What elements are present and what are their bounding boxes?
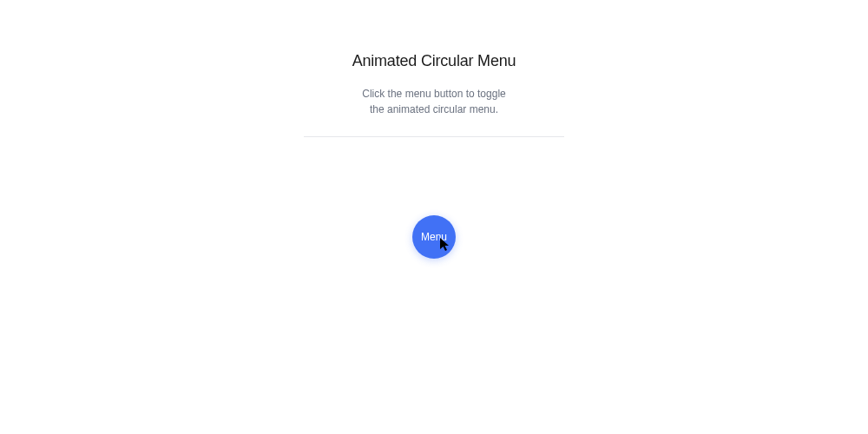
description-line-1: Click the menu button to toggle	[362, 88, 505, 100]
page-title: Animated Circular Menu	[352, 52, 516, 70]
description-line-2: the animated circular menu.	[370, 103, 498, 115]
menu-toggle-button[interactable]: Menu	[412, 215, 456, 259]
main-container: Animated Circular Menu Click the menu bu…	[0, 0, 868, 259]
page-description: Click the menu button to toggle the anim…	[362, 86, 505, 117]
divider	[304, 136, 564, 137]
menu-area: Menu	[412, 215, 456, 259]
